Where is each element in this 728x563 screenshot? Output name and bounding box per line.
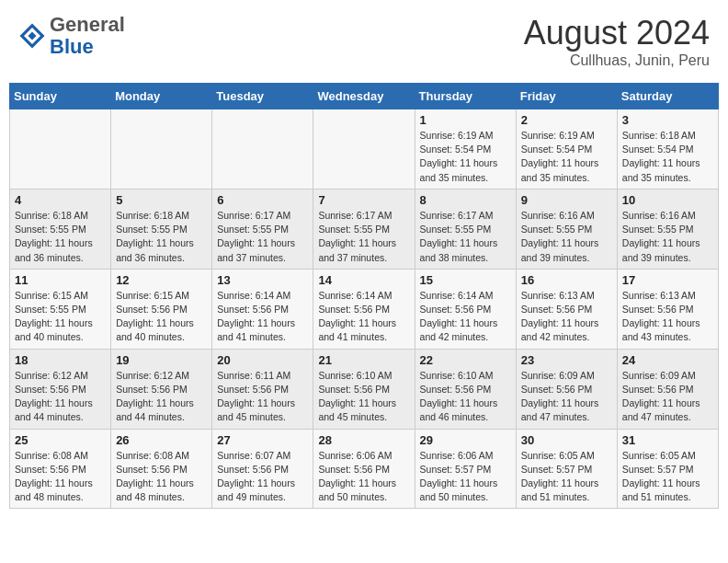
day-number: 22	[420, 353, 511, 367]
calendar-week-row: 4Sunrise: 6:18 AMSunset: 5:55 PMDaylight…	[10, 189, 719, 269]
calendar-cell: 19Sunrise: 6:12 AMSunset: 5:56 PMDayligh…	[111, 349, 212, 429]
calendar-week-row: 18Sunrise: 6:12 AMSunset: 5:56 PMDayligh…	[10, 349, 719, 429]
day-number: 31	[622, 433, 713, 447]
calendar-cell: 25Sunrise: 6:08 AMSunset: 5:56 PMDayligh…	[10, 429, 111, 509]
day-of-week-header: Friday	[516, 84, 617, 109]
title-section: August 2024 Cullhuas, Junin, Peru	[524, 14, 710, 69]
day-number: 27	[217, 433, 308, 447]
day-of-week-header: Saturday	[617, 84, 718, 109]
day-number: 17	[622, 273, 713, 287]
calendar-table: SundayMondayTuesdayWednesdayThursdayFrid…	[9, 83, 719, 509]
logo-text: General Blue	[50, 14, 125, 58]
calendar-cell: 4Sunrise: 6:18 AMSunset: 5:55 PMDaylight…	[10, 189, 111, 269]
day-number: 28	[318, 433, 409, 447]
day-number: 30	[521, 433, 612, 447]
day-info: Sunrise: 6:12 AMSunset: 5:56 PMDaylight:…	[116, 369, 207, 425]
day-info: Sunrise: 6:18 AMSunset: 5:54 PMDaylight:…	[622, 129, 713, 185]
calendar-cell: 22Sunrise: 6:10 AMSunset: 5:56 PMDayligh…	[415, 349, 516, 429]
day-of-week-header: Sunday	[10, 84, 111, 109]
calendar-week-row: 11Sunrise: 6:15 AMSunset: 5:55 PMDayligh…	[10, 269, 719, 349]
calendar-cell: 18Sunrise: 6:12 AMSunset: 5:56 PMDayligh…	[10, 349, 111, 429]
calendar-cell: 14Sunrise: 6:14 AMSunset: 5:56 PMDayligh…	[313, 269, 415, 349]
day-number: 7	[318, 193, 409, 207]
calendar-cell	[313, 109, 415, 190]
day-info: Sunrise: 6:13 AMSunset: 5:56 PMDaylight:…	[622, 289, 713, 345]
calendar-week-row: 1Sunrise: 6:19 AMSunset: 5:54 PMDaylight…	[10, 109, 719, 190]
day-info: Sunrise: 6:09 AMSunset: 5:56 PMDaylight:…	[521, 369, 612, 425]
page-header: General Blue August 2024 Cullhuas, Junin…	[9, 9, 719, 74]
calendar-cell: 31Sunrise: 6:05 AMSunset: 5:57 PMDayligh…	[617, 429, 718, 509]
calendar-cell: 16Sunrise: 6:13 AMSunset: 5:56 PMDayligh…	[516, 269, 617, 349]
day-info: Sunrise: 6:18 AMSunset: 5:55 PMDaylight:…	[116, 209, 207, 265]
day-of-week-header: Monday	[111, 84, 212, 109]
day-info: Sunrise: 6:15 AMSunset: 5:55 PMDaylight:…	[15, 289, 106, 345]
logo-general: General	[50, 13, 125, 36]
day-info: Sunrise: 6:12 AMSunset: 5:56 PMDaylight:…	[15, 369, 106, 425]
calendar-cell: 9Sunrise: 6:16 AMSunset: 5:55 PMDaylight…	[516, 189, 617, 269]
location: Cullhuas, Junin, Peru	[524, 52, 710, 69]
day-info: Sunrise: 6:05 AMSunset: 5:57 PMDaylight:…	[521, 449, 612, 505]
month-year: August 2024	[524, 14, 710, 52]
day-number: 1	[420, 113, 511, 127]
day-info: Sunrise: 6:16 AMSunset: 5:55 PMDaylight:…	[622, 209, 713, 265]
day-info: Sunrise: 6:19 AMSunset: 5:54 PMDaylight:…	[420, 129, 511, 185]
calendar-cell	[10, 109, 111, 190]
calendar-cell: 28Sunrise: 6:06 AMSunset: 5:56 PMDayligh…	[313, 429, 415, 509]
day-number: 29	[420, 433, 511, 447]
day-number: 26	[116, 433, 207, 447]
day-number: 19	[116, 353, 207, 367]
calendar-cell: 6Sunrise: 6:17 AMSunset: 5:55 PMDaylight…	[212, 189, 313, 269]
calendar-body: 1Sunrise: 6:19 AMSunset: 5:54 PMDaylight…	[10, 109, 719, 509]
day-info: Sunrise: 6:10 AMSunset: 5:56 PMDaylight:…	[318, 369, 409, 425]
calendar-cell: 30Sunrise: 6:05 AMSunset: 5:57 PMDayligh…	[516, 429, 617, 509]
day-info: Sunrise: 6:18 AMSunset: 5:55 PMDaylight:…	[15, 209, 106, 265]
logo-blue: Blue	[50, 35, 94, 58]
day-number: 12	[116, 273, 207, 287]
day-info: Sunrise: 6:06 AMSunset: 5:56 PMDaylight:…	[318, 449, 409, 505]
day-number: 13	[217, 273, 308, 287]
day-number: 9	[521, 193, 612, 207]
calendar-cell: 1Sunrise: 6:19 AMSunset: 5:54 PMDaylight…	[415, 109, 516, 190]
days-header-row: SundayMondayTuesdayWednesdayThursdayFrid…	[10, 84, 719, 109]
calendar-cell: 5Sunrise: 6:18 AMSunset: 5:55 PMDaylight…	[111, 189, 212, 269]
day-number: 15	[420, 273, 511, 287]
day-info: Sunrise: 6:11 AMSunset: 5:56 PMDaylight:…	[217, 369, 308, 425]
day-info: Sunrise: 6:14 AMSunset: 5:56 PMDaylight:…	[420, 289, 511, 345]
day-info: Sunrise: 6:14 AMSunset: 5:56 PMDaylight:…	[318, 289, 409, 345]
day-info: Sunrise: 6:16 AMSunset: 5:55 PMDaylight:…	[521, 209, 612, 265]
day-info: Sunrise: 6:17 AMSunset: 5:55 PMDaylight:…	[217, 209, 308, 265]
calendar-cell: 27Sunrise: 6:07 AMSunset: 5:56 PMDayligh…	[212, 429, 313, 509]
day-info: Sunrise: 6:08 AMSunset: 5:56 PMDaylight:…	[15, 449, 106, 505]
day-of-week-header: Tuesday	[212, 84, 313, 109]
day-info: Sunrise: 6:19 AMSunset: 5:54 PMDaylight:…	[521, 129, 612, 185]
day-info: Sunrise: 6:09 AMSunset: 5:56 PMDaylight:…	[622, 369, 713, 425]
calendar-cell: 29Sunrise: 6:06 AMSunset: 5:57 PMDayligh…	[415, 429, 516, 509]
day-info: Sunrise: 6:14 AMSunset: 5:56 PMDaylight:…	[217, 289, 308, 345]
day-number: 24	[622, 353, 713, 367]
logo-icon	[18, 22, 46, 50]
calendar-cell: 17Sunrise: 6:13 AMSunset: 5:56 PMDayligh…	[617, 269, 718, 349]
day-number: 25	[15, 433, 106, 447]
calendar-cell: 15Sunrise: 6:14 AMSunset: 5:56 PMDayligh…	[415, 269, 516, 349]
day-number: 3	[622, 113, 713, 127]
calendar-cell: 10Sunrise: 6:16 AMSunset: 5:55 PMDayligh…	[617, 189, 718, 269]
day-info: Sunrise: 6:17 AMSunset: 5:55 PMDaylight:…	[318, 209, 409, 265]
calendar-cell: 26Sunrise: 6:08 AMSunset: 5:56 PMDayligh…	[111, 429, 212, 509]
calendar-cell: 20Sunrise: 6:11 AMSunset: 5:56 PMDayligh…	[212, 349, 313, 429]
calendar-cell: 21Sunrise: 6:10 AMSunset: 5:56 PMDayligh…	[313, 349, 415, 429]
calendar-cell	[212, 109, 313, 190]
day-info: Sunrise: 6:10 AMSunset: 5:56 PMDaylight:…	[420, 369, 511, 425]
day-number: 4	[15, 193, 106, 207]
calendar-cell: 7Sunrise: 6:17 AMSunset: 5:55 PMDaylight…	[313, 189, 415, 269]
calendar-cell: 12Sunrise: 6:15 AMSunset: 5:56 PMDayligh…	[111, 269, 212, 349]
calendar-cell: 13Sunrise: 6:14 AMSunset: 5:56 PMDayligh…	[212, 269, 313, 349]
day-number: 23	[521, 353, 612, 367]
calendar-cell: 2Sunrise: 6:19 AMSunset: 5:54 PMDaylight…	[516, 109, 617, 190]
day-number: 11	[15, 273, 106, 287]
day-number: 21	[318, 353, 409, 367]
day-number: 2	[521, 113, 612, 127]
day-number: 20	[217, 353, 308, 367]
day-info: Sunrise: 6:07 AMSunset: 5:56 PMDaylight:…	[217, 449, 308, 505]
calendar-week-row: 25Sunrise: 6:08 AMSunset: 5:56 PMDayligh…	[10, 429, 719, 509]
day-number: 8	[420, 193, 511, 207]
